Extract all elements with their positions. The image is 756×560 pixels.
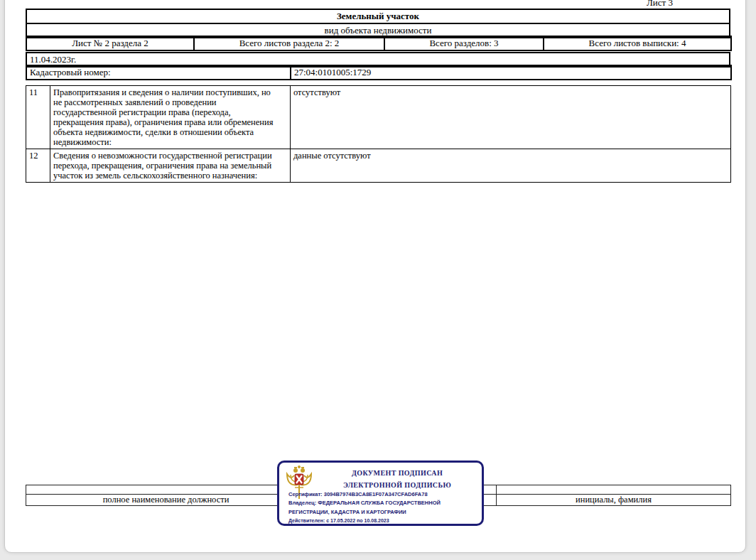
meta-cell-sheet: Лист № 2 раздела 2 xyxy=(26,36,194,50)
signature-blank-cell xyxy=(26,485,306,495)
cadastral-number-label: Кадастровый номер: xyxy=(26,65,291,80)
stamp-owner: Владелец: ФЕДЕРАЛЬНАЯ СЛУЖБА ГОСУДАРСТВЕ… xyxy=(288,499,477,517)
object-type-title: Земельный участок xyxy=(26,9,730,23)
row-number: 12 xyxy=(26,149,50,183)
sheet-number-label: Лист 3 xyxy=(647,0,673,9)
meta-cell-total-sections: Всего разделов: 3 xyxy=(384,36,544,50)
table-row: 11 Правопритязания и сведения о наличии … xyxy=(26,86,731,149)
initials-surname-label: инициалы, фамилия xyxy=(497,495,731,506)
digital-signature-stamp: ДОКУМЕНТ ПОДПИСАН ЭЛЕКТРОННОЙ ПОДПИСЬЮ С… xyxy=(277,461,484,526)
cadastral-number-table: Кадастровый номер: 27:04:0101005:1729 xyxy=(26,65,732,80)
table-row: 12 Сведения о невозможности государствен… xyxy=(26,149,731,183)
stamp-certificate: Сертификат: 3094B7974B3CA8E1F07A347CFAD6… xyxy=(288,490,477,500)
stamp-title-line2: ЭЛЕКТРОННОЙ ПОДПИСЬЮ xyxy=(316,481,478,489)
row-value: отсутствуют xyxy=(291,86,731,149)
row-label: Правопритязания и сведения о наличии пос… xyxy=(50,86,291,149)
object-type-header-table: Земельный участок вид объекта недвижимос… xyxy=(26,9,730,38)
sheet-meta-table: Лист № 2 раздела 2 Всего листов раздела … xyxy=(26,36,732,51)
cadastral-number-value: 27:04:0101005:1729 xyxy=(291,65,731,80)
signature-blank-cell xyxy=(497,485,731,495)
meta-cell-total-sheets-section: Всего листов раздела 2: 2 xyxy=(194,36,384,50)
stamp-title-line1: ДОКУМЕНТ ПОДПИСАН xyxy=(316,469,478,477)
position-name-label: полное наименование должности xyxy=(26,495,306,506)
meta-cell-total-extract-sheets: Всего листов выписки: 4 xyxy=(544,36,731,50)
row-label: Сведения о невозможности государственной… xyxy=(50,149,291,183)
row-value: данные отсутствуют xyxy=(291,149,731,183)
row-number: 11 xyxy=(26,86,50,149)
stamp-validity: Действителен: с 17.05.2022 по 10.08.2023 xyxy=(288,517,477,526)
details-table: 11 Правопритязания и сведения о наличии … xyxy=(26,85,731,183)
